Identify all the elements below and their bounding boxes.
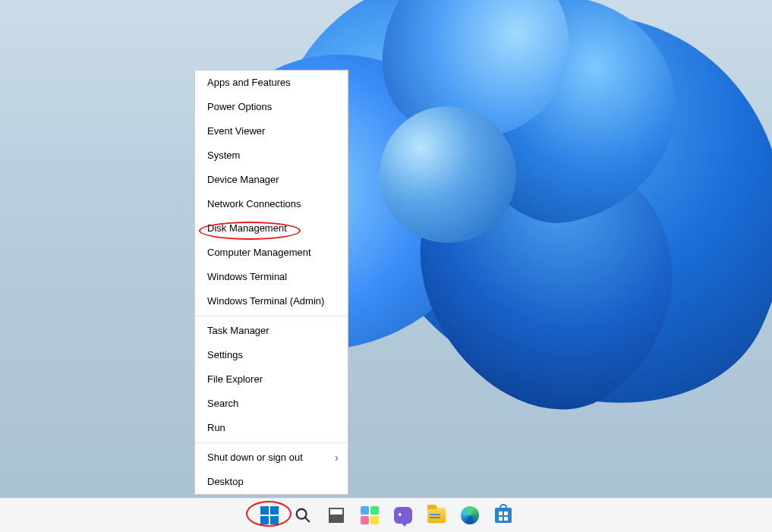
edge-icon [461,506,479,524]
menu-item-desktop[interactable]: Desktop [195,470,348,494]
svg-line-1 [304,518,309,522]
search-icon [295,507,311,524]
windows-start-icon [260,506,279,524]
start-button[interactable] [260,505,279,525]
search-button[interactable] [293,505,313,525]
menu-separator [195,442,348,443]
menu-item-settings[interactable]: Settings [195,343,348,367]
task-view-icon [329,508,344,523]
widgets-icon [361,506,379,524]
menu-item-power-options[interactable]: Power Options [195,95,348,119]
menu-item-computer-management[interactable]: Computer Management [195,241,348,265]
menu-item-system[interactable]: System [195,143,348,168]
menu-item-file-explorer[interactable]: File Explorer [195,367,348,392]
menu-item-run[interactable]: Run [195,416,348,440]
store-button[interactable] [493,505,513,525]
menu-item-event-viewer[interactable]: Event Viewer [195,119,348,143]
menu-item-search[interactable]: Search [195,392,348,416]
menu-item-network-connections[interactable]: Network Connections [195,192,348,216]
start-context-menu[interactable]: Apps and FeaturesPower OptionsEvent View… [194,70,348,495]
file-explorer-icon [427,508,446,523]
task-view-button[interactable] [326,505,346,525]
menu-separator [195,316,348,316]
edge-button[interactable] [460,505,480,525]
store-icon [495,508,512,523]
menu-item-windows-terminal-admin[interactable]: Windows Terminal (Admin) [195,289,348,313]
file-explorer-button[interactable] [427,505,446,525]
menu-item-apps-and-features[interactable]: Apps and Features [195,71,348,95]
menu-item-device-manager[interactable]: Device Manager [195,168,348,192]
menu-item-disk-management[interactable]: Disk Management [195,216,348,241]
taskbar [0,498,772,532]
desktop-wallpaper [0,0,772,498]
chat-icon [394,507,412,524]
menu-item-windows-terminal[interactable]: Windows Terminal [195,265,348,289]
menu-item-shutdown-signout[interactable]: Shut down or sign out [195,445,348,470]
chat-button[interactable] [393,505,413,525]
menu-item-task-manager[interactable]: Task Manager [195,319,348,343]
widgets-button[interactable] [360,505,380,525]
